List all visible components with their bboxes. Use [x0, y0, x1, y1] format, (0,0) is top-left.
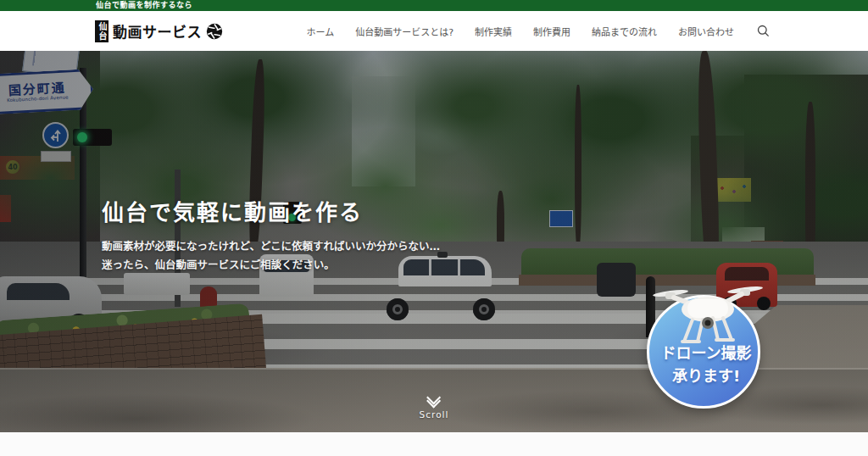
top-notice-bar: 仙台で動画を制作するなら — [0, 0, 868, 11]
search-button[interactable] — [755, 25, 770, 37]
nav-item-about[interactable]: 仙台動画サービスとは? — [355, 25, 453, 38]
nav-item-works[interactable]: 制作実績 — [475, 25, 512, 38]
nav-item-pricing[interactable]: 制作費用 — [533, 25, 570, 38]
drone-promo-badge: ドローン撮影 承ります! — [647, 282, 771, 432]
next-section-top — [0, 432, 868, 456]
search-icon — [757, 25, 770, 37]
hero-body: 動画素材が必要になったけれど、どこに依頼すればいいか分からない… 迷ったら、仙台… — [102, 237, 440, 275]
scroll-indicator[interactable]: Scroll — [420, 392, 449, 420]
aperture-icon — [206, 23, 223, 40]
hero-body-line2: 迷ったら、仙台動画サービスにご相談ください。 — [102, 256, 440, 275]
nav-item-home[interactable]: ホーム — [306, 25, 334, 38]
site-header: 仙台 動画サービス ホーム 仙台動画サービスとは? 制作実績 制作費用 納品まで… — [0, 11, 868, 51]
hero-body-line1: 動画素材が必要になったけれど、どこに依頼すればいいか分からない… — [102, 237, 440, 256]
logo-badge-sendai: 仙台 — [95, 20, 108, 42]
main-nav: ホーム 仙台動画サービスとは? 制作実績 制作費用 納品までの流れ お問い合わせ — [306, 25, 770, 38]
badge-line1: ドローン撮影 — [647, 342, 765, 364]
hero-copy: 仙台で気軽に動画を作る 動画素材が必要になったけれど、どこに依頼すればいいか分か… — [102, 195, 440, 275]
nav-item-flow[interactable]: 納品までの流れ — [592, 25, 657, 38]
nav-item-contact[interactable]: お問い合わせ — [678, 25, 734, 38]
site-logo[interactable]: 仙台 動画サービス — [95, 20, 223, 42]
drone-icon — [652, 282, 764, 350]
badge-line2: 承ります! — [647, 364, 765, 387]
hero-section: 40 国分町通 Kokubuncho-dori Avenue — [0, 51, 868, 432]
scroll-label: Scroll — [420, 409, 449, 420]
badge-text: ドローン撮影 承ります! — [647, 342, 765, 387]
top-notice-text: 仙台で動画を制作するなら — [96, 0, 192, 11]
hero-heading: 仙台で気軽に動画を作る — [102, 195, 440, 226]
logo-title: 動画サービス — [113, 20, 202, 42]
